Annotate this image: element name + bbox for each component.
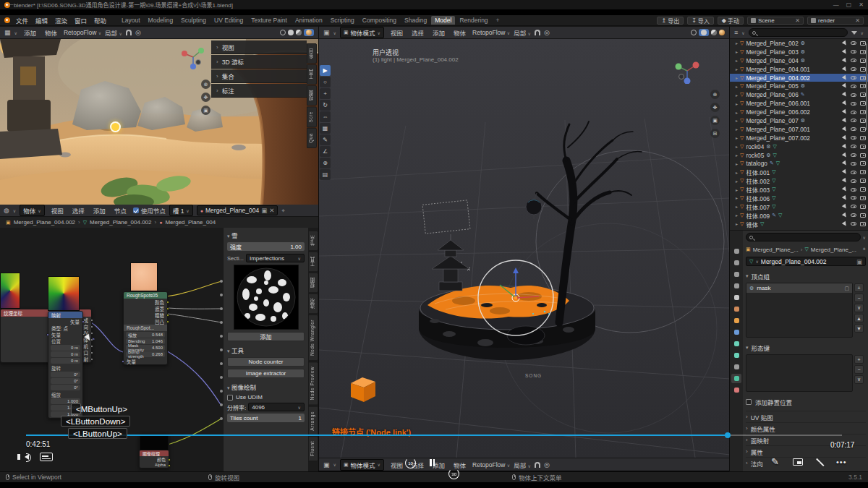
strength-slider[interactable]: 强度1.00 bbox=[227, 242, 305, 251]
outliner-row[interactable]: ▸▽Merged_Plane_006.001 bbox=[730, 99, 868, 108]
visibility-toggle-icon[interactable] bbox=[851, 102, 856, 106]
outliner-row[interactable]: ▸▽tatalogo✎▽ bbox=[730, 159, 868, 168]
shader-sidetab-视图[interactable]: 视图 bbox=[308, 273, 318, 293]
selectable-toggle-icon[interactable] bbox=[842, 109, 848, 115]
shader-menu[interactable]: 节点 bbox=[111, 205, 129, 215]
orientation-dropdown[interactable]: 局部 ∨ bbox=[105, 28, 122, 37]
render-toggle-icon[interactable] bbox=[860, 179, 866, 183]
vertex-group-specials-button[interactable]: ∨ bbox=[854, 304, 864, 312]
render-toggle-icon[interactable] bbox=[860, 153, 866, 158]
viewport-tool-6[interactable]: ✎ bbox=[320, 134, 331, 145]
editor-type-icon[interactable]: ▦ bbox=[4, 29, 11, 36]
viewport-menu[interactable]: 添加 bbox=[430, 27, 448, 38]
view-layer-unlink-icon[interactable]: ✕ bbox=[855, 17, 860, 24]
selectable-toggle-icon[interactable] bbox=[842, 221, 848, 226]
render-toggle-icon[interactable] bbox=[860, 84, 866, 88]
mapping-value-field[interactable]: 0° bbox=[51, 385, 80, 390]
visibility-toggle-icon[interactable] bbox=[851, 213, 856, 217]
socket[interactable] bbox=[46, 333, 49, 336]
wireframe-shading-icon[interactable] bbox=[691, 30, 697, 35]
selectable-toggle-icon[interactable] bbox=[842, 213, 848, 218]
viewport-tool-0[interactable]: ▶ bbox=[320, 65, 331, 76]
selectable-toggle-icon[interactable] bbox=[842, 83, 848, 89]
retopoflow-menu[interactable]: RetopoFlow ∨ bbox=[64, 29, 101, 36]
left-sidetab-Scre[interactable]: Scre bbox=[307, 106, 317, 127]
add-vertex-group-button[interactable]: + bbox=[854, 283, 864, 292]
image-texture-node[interactable]: 图像纹理 颜色Alpha bbox=[139, 434, 169, 468]
render-toggle-icon[interactable] bbox=[860, 119, 866, 123]
outliner-row[interactable]: ▸▽柱体.003▽ bbox=[730, 185, 868, 194]
render-toggle-icon[interactable] bbox=[860, 93, 866, 97]
properties-tab-object[interactable] bbox=[731, 316, 741, 325]
properties-section-UV 贴图[interactable]: ›UV 贴图 bbox=[746, 411, 866, 422]
socket[interactable] bbox=[82, 320, 85, 323]
shader-sidetab-Fluent[interactable]: Fluent bbox=[308, 436, 318, 461]
player-progress-bar[interactable] bbox=[26, 435, 842, 436]
edit-pencil-icon[interactable]: ✎ bbox=[771, 456, 779, 467]
workspace-tab-sculpting[interactable]: Sculpting bbox=[177, 16, 210, 25]
left-viewport-menu[interactable]: 添加 bbox=[21, 27, 39, 38]
properties-section-颜色属性[interactable]: ›颜色属性 bbox=[746, 422, 866, 434]
expand-icon[interactable]: ▸ bbox=[736, 204, 738, 209]
selectable-toggle-icon[interactable] bbox=[842, 152, 848, 158]
visibility-toggle-icon[interactable] bbox=[851, 119, 856, 122]
topbar-menu[interactable]: 窗口 bbox=[72, 15, 90, 25]
visibility-toggle-icon[interactable] bbox=[851, 205, 856, 208]
zoom-icon[interactable]: ⊕ bbox=[201, 80, 210, 89]
properties-options-icon[interactable]: ∨ bbox=[863, 235, 866, 240]
snap-magnet-icon[interactable] bbox=[535, 462, 540, 468]
mapping-value-field[interactable]: 0 m bbox=[51, 358, 80, 364]
viewport-tool-5[interactable]: ▦ bbox=[320, 123, 331, 134]
left-sidetab-视图[interactable]: 视图 bbox=[307, 85, 317, 106]
solid-shading-icon[interactable] bbox=[701, 30, 707, 35]
group-value-field[interactable]: 缩放0.548 bbox=[126, 332, 165, 338]
axis-gizmo[interactable] bbox=[181, 45, 205, 69]
visibility-toggle-icon[interactable] bbox=[851, 179, 856, 183]
selectable-toggle-icon[interactable] bbox=[842, 100, 848, 106]
expand-icon[interactable]: ▸ bbox=[736, 179, 738, 184]
render-toggle-icon[interactable] bbox=[860, 161, 866, 166]
retopoflow-menu[interactable]: RetopoFlow ∨ bbox=[472, 29, 510, 36]
expand-icon[interactable]: ▸ bbox=[736, 49, 738, 54]
render-toggle-icon[interactable] bbox=[860, 187, 866, 192]
outliner-row[interactable]: ▸▽Merged_Plane_006✎ bbox=[730, 90, 868, 99]
fake-user-icon[interactable]: ▣ bbox=[261, 207, 267, 214]
selectable-toggle-icon[interactable] bbox=[842, 40, 848, 46]
expand-icon[interactable]: ▸ bbox=[736, 161, 738, 166]
material-slot-dropdown[interactable]: 槽 1∨ bbox=[169, 205, 193, 216]
tools-section[interactable]: ▾ 工具 bbox=[227, 346, 305, 354]
camera-view-icon[interactable]: ▣ bbox=[201, 106, 210, 115]
socket[interactable] bbox=[90, 319, 93, 322]
shape-key-specials-button[interactable]: ∨ bbox=[854, 375, 864, 384]
workspace-tab-texture-paint[interactable]: Texture Paint bbox=[247, 16, 291, 25]
outliner-search-input[interactable] bbox=[749, 28, 848, 37]
viewport-menu[interactable]: 物体 bbox=[451, 27, 469, 38]
editor-type-icon[interactable]: ▣ bbox=[323, 29, 330, 36]
breadcrumb-data[interactable]: Merged_Plane_... bbox=[811, 247, 856, 253]
view-layer-selector[interactable]: render✕ bbox=[807, 17, 864, 25]
visibility-toggle-icon[interactable] bbox=[851, 153, 856, 157]
render-toggle-icon[interactable] bbox=[860, 205, 866, 209]
viewport-tool-8[interactable]: ⊕ bbox=[320, 158, 331, 168]
shader-menu[interactable]: 视图 bbox=[48, 205, 67, 215]
expand-icon[interactable]: ▸ bbox=[736, 127, 738, 132]
visibility-toggle-icon[interactable] bbox=[851, 127, 856, 131]
grid-toggle-icon[interactable]: ⊞ bbox=[710, 129, 720, 138]
orientation-dropdown[interactable]: 局部 ∨ bbox=[514, 461, 531, 469]
visibility-toggle-icon[interactable] bbox=[851, 145, 856, 148]
wireframe-shading-icon[interactable] bbox=[280, 30, 286, 35]
visibility-toggle-icon[interactable] bbox=[851, 136, 856, 140]
workspace-tab-layout[interactable]: Layout bbox=[118, 16, 144, 25]
expand-icon[interactable]: ▸ bbox=[736, 67, 738, 72]
expand-icon[interactable]: ▸ bbox=[736, 110, 738, 115]
topbar-menu[interactable]: 文件 bbox=[13, 15, 31, 25]
proportional-edit-icon[interactable]: ◎ bbox=[135, 29, 141, 36]
visibility-toggle-icon[interactable] bbox=[851, 76, 856, 80]
visibility-toggle-icon[interactable] bbox=[851, 222, 856, 226]
zoom-icon[interactable]: ⊕ bbox=[710, 90, 720, 99]
use-udim-checkbox[interactable]: Use UDIM bbox=[227, 394, 305, 401]
visibility-toggle-icon[interactable] bbox=[851, 59, 856, 62]
render-toggle-icon[interactable] bbox=[860, 145, 866, 149]
proportional-edit-icon[interactable]: ◎ bbox=[544, 29, 550, 36]
shrink-icon[interactable] bbox=[816, 458, 825, 466]
